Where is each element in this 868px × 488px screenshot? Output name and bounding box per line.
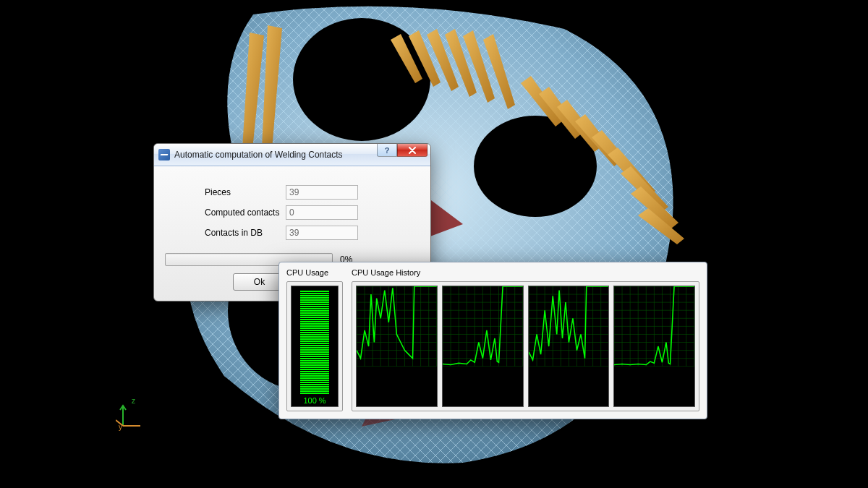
pieces-label: Pieces [205, 187, 286, 197]
cpu-history-core2 [528, 286, 610, 407]
ok-button-label: Ok [254, 277, 265, 287]
cpu-history-label: CPU Usage History [352, 268, 699, 278]
cpu-usage-label: CPU Usage [286, 268, 343, 278]
pieces-field [286, 185, 358, 200]
cpu-usage-percent: 100 % [303, 396, 326, 405]
computed-contacts-field [286, 205, 358, 220]
help-icon: ? [385, 146, 390, 155]
axis-gizmo: z y [116, 401, 145, 430]
axis-y-label: y [119, 423, 122, 431]
dialog-titlebar[interactable]: Automatic computation of Welding Contact… [154, 144, 430, 166]
cpu-history-core3 [613, 286, 695, 407]
cpu-usage-meter: 100 % [291, 286, 339, 407]
close-icon [408, 147, 417, 154]
help-button[interactable]: ? [377, 144, 397, 157]
cpu-history-core1 [442, 286, 524, 407]
app-icon [158, 149, 170, 160]
computed-contacts-label: Computed contacts [205, 207, 286, 218]
cpu-usage-panel: CPU Usage 100 % CPU Usage History [278, 262, 707, 419]
contacts-in-db-label: Contacts in DB [205, 228, 286, 238]
cpu-history-core0 [356, 286, 438, 407]
close-button[interactable] [397, 144, 427, 157]
contacts-in-db-field [286, 226, 358, 240]
axis-z-label: z [132, 397, 135, 405]
